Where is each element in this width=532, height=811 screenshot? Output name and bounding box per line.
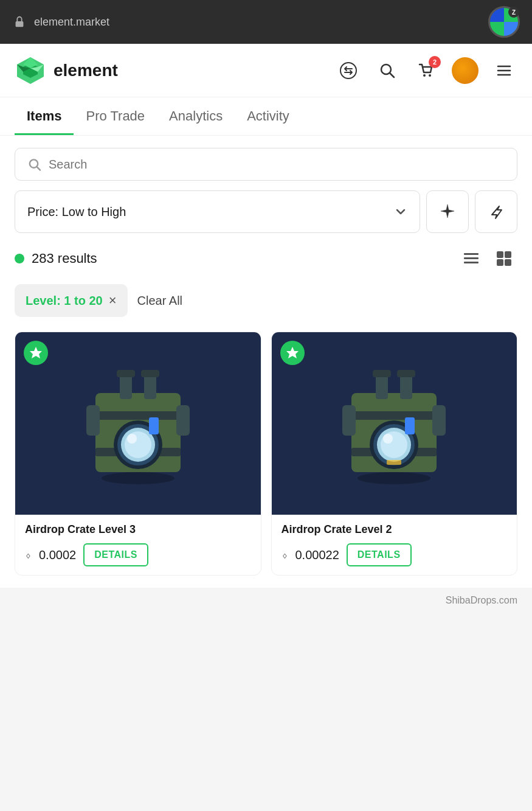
sweep-button[interactable] (475, 190, 517, 233)
details-button[interactable]: DETAILS (347, 543, 412, 566)
svg-rect-19 (497, 251, 503, 258)
svg-point-57 (358, 472, 430, 484)
svg-point-6 (340, 63, 356, 78)
svg-rect-18 (464, 262, 478, 263)
svg-point-10 (429, 74, 431, 77)
svg-rect-38 (149, 417, 159, 434)
eth-icon: ⬨ (25, 549, 32, 562)
svg-rect-16 (464, 253, 478, 255)
svg-rect-43 (400, 375, 412, 399)
eth-icon: ⬨ (282, 549, 288, 562)
svg-rect-56 (387, 460, 401, 465)
item-name: Airdrop Crate Level 3 (25, 523, 251, 536)
ai-filter-button[interactable] (426, 190, 469, 233)
svg-rect-49 (432, 405, 446, 436)
svg-rect-32 (176, 405, 190, 436)
clear-all-button[interactable]: Clear All (137, 294, 182, 308)
results-left: 283 results (15, 251, 97, 266)
item-info: Airdrop Crate Level 3 ⬨ 0.0002 DETAILS (15, 515, 261, 575)
svg-rect-55 (405, 417, 415, 434)
browser-url-area: element.market (12, 15, 109, 29)
menu-button[interactable] (491, 57, 517, 84)
item-price-row: ⬨ 0.00022 DETAILS (282, 543, 508, 566)
browser-bar: element.market Z (0, 0, 532, 44)
list-view-button[interactable] (458, 245, 485, 272)
svg-rect-25 (120, 375, 132, 399)
item-name: Airdrop Crate Level 2 (282, 523, 508, 536)
crate-illustration (77, 357, 199, 490)
footer-text: ShibaDrops.com (446, 595, 517, 605)
svg-marker-40 (286, 347, 299, 358)
svg-rect-28 (141, 370, 159, 377)
swap-button[interactable] (335, 57, 362, 84)
logo-icon (15, 55, 46, 86)
sort-dropdown[interactable]: Price: Low to High (15, 190, 420, 233)
svg-point-37 (127, 434, 137, 444)
search-bar[interactable] (15, 148, 517, 181)
cart-badge: 2 (429, 56, 441, 68)
user-avatar[interactable] (452, 57, 478, 84)
filter-tag-label: Level: 1 to 20 (26, 294, 103, 308)
svg-rect-45 (397, 370, 415, 377)
item-image (272, 332, 517, 515)
crate-illustration (333, 357, 455, 490)
svg-point-39 (102, 472, 174, 484)
svg-rect-48 (342, 405, 356, 436)
level-filter-tag: Level: 1 to 20 × (15, 284, 128, 317)
item-card[interactable]: Airdrop Crate Level 3 ⬨ 0.0002 DETAILS (15, 332, 261, 576)
logo-area[interactable]: element (15, 55, 118, 86)
item-badge (24, 341, 48, 365)
tab-items[interactable]: Items (15, 97, 74, 135)
svg-point-54 (383, 434, 393, 444)
cart-button[interactable]: 2 (413, 57, 440, 84)
svg-rect-44 (373, 370, 391, 377)
sparkle-icon (438, 203, 457, 221)
item-price: 0.0002 (39, 548, 76, 562)
item-card[interactable]: Airdrop Crate Level 2 ⬨ 0.00022 DETAILS (271, 332, 518, 576)
site-header: element 2 (0, 44, 532, 97)
results-count: 283 results (32, 251, 97, 266)
browser-url-text: element.market (34, 16, 109, 29)
tab-analytics[interactable]: Analytics (157, 97, 235, 135)
svg-point-9 (423, 74, 426, 77)
view-toggles (458, 245, 517, 272)
svg-rect-26 (144, 375, 156, 399)
svg-rect-20 (505, 251, 511, 258)
search-input[interactable] (49, 158, 505, 172)
tab-bar: Items Pro Trade Analytics Activity (0, 97, 532, 136)
tab-pro-trade[interactable]: Pro Trade (74, 97, 157, 135)
main-content: Price: Low to High 283 results (0, 136, 532, 588)
svg-rect-21 (497, 259, 503, 266)
live-indicator (15, 254, 24, 263)
item-image (15, 332, 261, 515)
lock-icon (12, 15, 27, 29)
filter-tags: Level: 1 to 20 × Clear All (15, 284, 517, 317)
search-icon (27, 157, 41, 172)
svg-line-15 (36, 167, 40, 170)
broom-icon (487, 203, 505, 221)
svg-marker-23 (30, 347, 42, 358)
details-button[interactable]: DETAILS (83, 543, 148, 566)
grid-view-button[interactable] (491, 245, 517, 272)
footer: ShibaDrops.com (0, 588, 532, 613)
svg-rect-0 (16, 21, 24, 27)
sort-label: Price: Low to High (27, 205, 126, 219)
filter-row: Price: Low to High (15, 190, 517, 233)
search-button[interactable] (374, 57, 401, 84)
chevron-down-icon (394, 205, 407, 218)
item-info: Airdrop Crate Level 2 ⬨ 0.00022 DETAILS (272, 515, 517, 575)
items-grid: Airdrop Crate Level 3 ⬨ 0.0002 DETAILS (15, 332, 517, 576)
svg-rect-22 (505, 259, 511, 266)
svg-rect-29 (95, 411, 181, 420)
svg-rect-17 (464, 257, 478, 259)
remove-filter-button[interactable]: × (109, 293, 117, 308)
item-price: 0.00022 (295, 548, 339, 562)
tab-activity[interactable]: Activity (235, 97, 302, 135)
svg-line-8 (390, 73, 394, 77)
results-row: 283 results (15, 245, 517, 272)
browser-avatar[interactable]: Z (488, 6, 520, 38)
item-price-row: ⬨ 0.0002 DETAILS (25, 543, 251, 566)
svg-rect-31 (86, 405, 100, 436)
header-icons: 2 (335, 57, 517, 84)
avatar-badge: Z (508, 7, 519, 18)
